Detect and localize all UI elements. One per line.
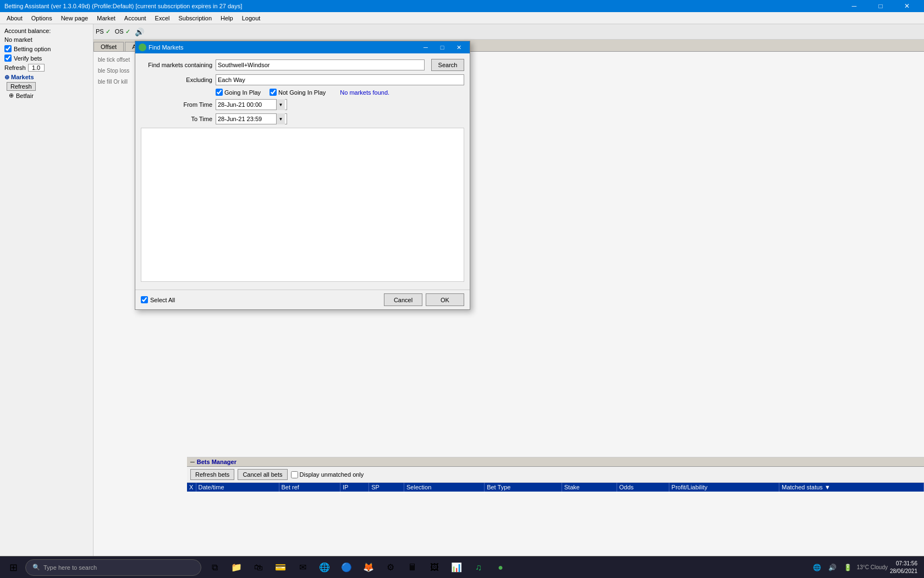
network-icon[interactable]: 🌐	[811, 558, 824, 577]
menu-about[interactable]: About	[2, 14, 27, 23]
not-going-in-play-checkbox[interactable]	[270, 89, 277, 96]
dialog-minimize-btn[interactable]: ─	[418, 42, 433, 53]
bets-toolbar: Refresh bets Cancel all bets Display unm…	[187, 467, 924, 483]
col-stake: Stake	[562, 483, 617, 492]
menu-account[interactable]: Account	[120, 14, 151, 23]
display-unmatched-label[interactable]: Display unmatched only	[291, 471, 364, 478]
firefox-icon[interactable]: 🦊	[359, 558, 378, 577]
mail-icon[interactable]: ✉	[293, 558, 312, 577]
menu-new-page[interactable]: New page	[57, 14, 93, 23]
battery-icon[interactable]: 🔋	[842, 558, 855, 577]
maximize-button[interactable]: □	[868, 0, 893, 12]
tab-offset[interactable]: Offset	[94, 42, 124, 51]
going-in-play-checkbox-label[interactable]: Going In Play	[216, 89, 261, 96]
settings-icon[interactable]: ⚙	[381, 558, 400, 577]
file-explorer-icon[interactable]: 📁	[227, 558, 246, 577]
sidebar-item-verify-bets[interactable]: Verify bets	[2, 53, 91, 63]
store-icon[interactable]: 🛍	[249, 558, 268, 577]
not-going-in-play-checkbox-label[interactable]: Not Going In Play	[270, 89, 326, 96]
photos-icon[interactable]: 🖼	[425, 558, 444, 577]
menu-help[interactable]: Help	[216, 14, 238, 23]
bets-manager: ─ Bets Manager Refresh bets Cancel all b…	[187, 457, 924, 534]
ok-button[interactable]: OK	[426, 293, 464, 306]
col-x: X	[187, 483, 196, 492]
find-input[interactable]	[216, 59, 425, 70]
col-bet-ref: Bet ref	[279, 483, 340, 492]
account-balance-label: Account balance:	[2, 26, 91, 35]
bets-table: X Date/time Bet ref IP SP Selection Bet …	[187, 483, 924, 492]
dialog-close-btn[interactable]: ✕	[451, 42, 466, 53]
refresh-bets-button[interactable]: Refresh bets	[190, 469, 234, 480]
betting-assistant-icon[interactable]: ●	[491, 558, 510, 577]
cancel-all-bets-button[interactable]: Cancel all bets	[238, 469, 287, 480]
menu-market[interactable]: Market	[92, 14, 120, 23]
edge-icon[interactable]: 🌐	[315, 558, 334, 577]
system-time: 07:31:56 28/06/2021	[890, 560, 917, 575]
menu-bar: About Options New page Market Account Ex…	[0, 12, 924, 24]
main-area: Account balance: No market Betting optio…	[0, 24, 924, 556]
bets-manager-collapse-icon[interactable]: ─	[190, 459, 195, 465]
account-value: No market	[2, 35, 91, 44]
menu-excel[interactable]: Excel	[151, 14, 174, 23]
sidebar-markets-section[interactable]: ⊕ Markets	[2, 73, 91, 82]
footer-left: Select All	[141, 296, 175, 303]
results-area	[141, 128, 464, 282]
select-all-checkbox[interactable]	[141, 296, 148, 303]
speaker-icon[interactable]: 🔊	[135, 28, 144, 36]
from-time-dropdown[interactable]: ▼	[276, 99, 285, 110]
dialog-titlebar-left: Find Markets	[139, 43, 184, 51]
sidebar: Account balance: No market Betting optio…	[0, 24, 94, 556]
start-button[interactable]: ⊞	[2, 558, 24, 577]
menu-options[interactable]: Options	[27, 14, 57, 23]
dialog-maximize-btn[interactable]: □	[435, 42, 450, 53]
volume-icon[interactable]: 🔊	[826, 558, 839, 577]
betting-option-checkbox[interactable]	[4, 45, 12, 52]
refresh-value-input[interactable]: 1.0	[28, 64, 45, 72]
from-time-input[interactable]: 28-Jun-21 00:00 ▼	[216, 99, 287, 110]
calculator-icon[interactable]: 🖩	[403, 558, 422, 577]
search-button[interactable]: Search	[431, 59, 464, 71]
sidebar-refresh-button[interactable]: Refresh	[7, 82, 36, 91]
menu-logout[interactable]: Logout	[238, 14, 265, 23]
col-odds: Odds	[617, 483, 669, 492]
close-button[interactable]: ✕	[894, 0, 920, 12]
dialog-titlebar: Find Markets ─ □ ✕	[135, 41, 470, 53]
verify-bets-checkbox[interactable]	[4, 54, 12, 62]
going-in-play-checkbox[interactable]	[216, 89, 223, 96]
find-markets-row: Find markets containing Search	[141, 59, 464, 71]
dialog-title: Find Markets	[148, 44, 184, 51]
excel-icon[interactable]: 📊	[447, 558, 466, 577]
sidebar-refresh-row: Refresh 1.0	[2, 63, 91, 73]
bets-manager-title: Bets Manager	[197, 459, 237, 465]
col-profit-liability: Profit/Liability	[669, 483, 779, 492]
excluding-label: Excluding	[141, 77, 212, 83]
to-time-dropdown[interactable]: ▼	[276, 113, 285, 124]
sidebar-item-betting-option[interactable]: Betting option	[2, 44, 91, 53]
task-view-icon[interactable]: ⧉	[205, 558, 224, 577]
spotify-icon[interactable]: ♫	[469, 558, 488, 577]
bets-manager-header: ─ Bets Manager	[187, 457, 924, 467]
chrome-icon[interactable]: 🔵	[337, 558, 356, 577]
minimize-button[interactable]: ─	[842, 0, 867, 12]
to-time-input[interactable]: 28-Jun-21 23:59 ▼	[216, 113, 287, 124]
title-bar-controls: ─ □ ✕	[842, 0, 920, 12]
display-unmatched-checkbox[interactable]	[291, 471, 298, 478]
toolbar-os: OS ✓	[115, 28, 130, 35]
toolbar-ps: PS ✓	[96, 28, 111, 35]
find-label: Find markets containing	[141, 62, 212, 68]
select-all-label: Select All	[150, 297, 175, 303]
col-selection: Selection	[404, 483, 485, 492]
taskbar-icons: ⧉ 📁 🛍 💳 ✉ 🌐 🔵 🦊 ⚙ 🖩 🖼 📊 ♫ ●	[205, 558, 510, 577]
to-time-row: To Time 28-Jun-21 23:59 ▼	[141, 113, 464, 124]
excluding-input[interactable]	[216, 74, 464, 85]
taskbar-search-placeholder: Type here to search	[43, 564, 97, 571]
menu-subscription[interactable]: Subscription	[174, 14, 217, 23]
weather-info: 13°C Cloudy	[857, 564, 888, 570]
cancel-button[interactable]: Cancel	[384, 293, 422, 306]
windows-icon: ⊞	[9, 561, 18, 574]
taskbar-search[interactable]: 🔍 Type here to search	[25, 559, 201, 576]
col-datetime: Date/time	[196, 483, 279, 492]
wallet-icon[interactable]: 💳	[271, 558, 290, 577]
sidebar-item-betfair[interactable]: ⊕ Betfair	[2, 91, 91, 100]
refresh-label: Refresh	[4, 64, 26, 71]
